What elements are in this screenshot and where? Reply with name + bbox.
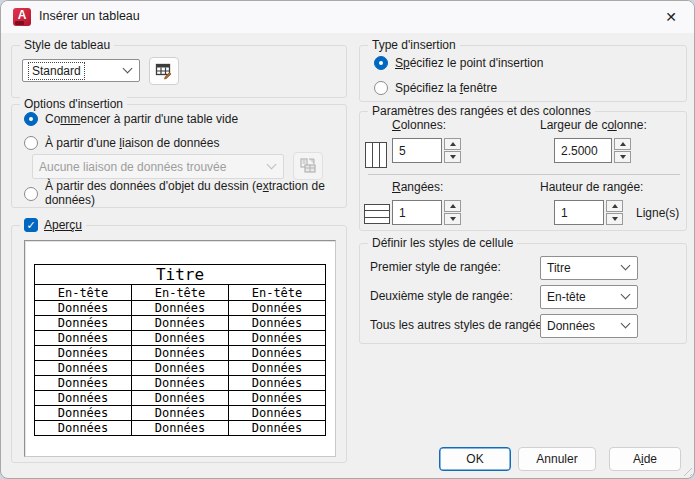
cancel-button[interactable]: Annuler	[518, 447, 596, 471]
arrow-down-icon	[620, 155, 626, 159]
help-button-label: Aide	[633, 452, 657, 466]
radio-from-data-link[interactable]: À partir d'une liaison de données	[24, 136, 219, 150]
insert-options-group: Options d'insertion Commencer à partir d…	[11, 104, 347, 208]
preview-toggle[interactable]: ✓ Aperçu	[20, 218, 86, 232]
rows-spinner	[392, 200, 461, 225]
params-separator	[368, 174, 680, 175]
arrow-up-icon	[450, 142, 456, 146]
preview-title-row: Titre	[35, 265, 326, 285]
rows-input[interactable]	[392, 200, 442, 225]
table-style-group: Style de tableau Standard	[11, 45, 347, 98]
radio-window-label: Spécifiez la fenêtre	[395, 81, 497, 95]
ok-button[interactable]: OK	[439, 447, 511, 471]
preview-data-row: DonnéesDonnéesDonnées	[35, 301, 326, 316]
row-height-unit-label: Ligne(s)	[636, 206, 679, 220]
first-row-style-label: Premier style de rangée:	[370, 260, 501, 274]
preview-header-row: En-têteEn-têteEn-tête	[35, 285, 326, 301]
arrow-up-icon	[612, 204, 618, 208]
preview-data-row: DonnéesDonnéesDonnées	[35, 421, 326, 436]
chevron-down-icon	[621, 319, 631, 329]
arrow-down-icon	[450, 155, 456, 159]
columns-spinner	[392, 138, 461, 163]
first-row-style-combo[interactable]: Titre	[540, 256, 638, 280]
radio-from-object-data[interactable]: À partir des données d'objet du dessin (…	[24, 179, 337, 207]
second-row-style-combo[interactable]: En-tête	[540, 285, 638, 309]
columns-spin-down[interactable]	[444, 151, 461, 163]
radio-start-empty-table[interactable]: Commencer à partir d'une table vide	[24, 112, 238, 126]
titlebar: A Insérer un tableau ✕	[1, 1, 694, 33]
row-height-spin-up[interactable]	[606, 200, 623, 212]
column-width-spinner	[554, 138, 631, 163]
arrow-up-icon	[620, 142, 626, 146]
insertion-type-group-title: Type d'insertion	[368, 38, 460, 52]
radio-specify-insertion-point[interactable]: Spécifiez le point d'insertion	[374, 56, 543, 70]
row-height-spinner	[554, 200, 623, 225]
column-width-spin-down[interactable]	[614, 151, 631, 163]
radio-insertion-point-label: Spécifiez le point d'insertion	[395, 56, 543, 70]
insert-options-group-title: Options d'insertion	[20, 97, 127, 111]
row-column-params-group: Paramètres des rangées et des colonnes C…	[359, 111, 687, 231]
preview-table: TitreEn-têteEn-têteEn-têteDonnéesDonnées…	[34, 264, 326, 436]
close-button[interactable]: ✕	[648, 1, 694, 32]
launch-table-style-dialog-button[interactable]	[149, 57, 179, 85]
chevron-down-icon	[621, 261, 631, 271]
autocad-app-icon: A	[13, 8, 31, 26]
column-width-input[interactable]	[554, 138, 612, 163]
data-link-combo-value: Aucune liaison de données trouvée	[39, 160, 226, 174]
cancel-button-label: Annuler	[536, 452, 577, 466]
column-width-label: Largeur de colonne:	[540, 118, 647, 132]
radio-selected-icon	[374, 56, 388, 70]
radio-unselected-icon	[24, 187, 38, 201]
rows-spin-up[interactable]	[444, 200, 461, 212]
preview-label: Aperçu	[44, 218, 82, 232]
radio-extraction-label: À partir des données d'objet du dessin (…	[45, 179, 337, 207]
row-height-label: Hauteur de rangée:	[540, 180, 643, 194]
columns-label: Colonnes:	[392, 118, 446, 132]
help-button[interactable]: Aide	[609, 447, 681, 471]
chevron-down-icon	[621, 290, 631, 300]
chevron-down-icon	[123, 63, 133, 73]
preview-data-row: DonnéesDonnéesDonnées	[35, 361, 326, 376]
dialog-title: Insérer un tableau	[39, 9, 140, 23]
autocad-icon-cad-badge	[15, 21, 24, 25]
column-width-spin-up[interactable]	[614, 138, 631, 150]
rows-icon	[364, 204, 390, 224]
preview-canvas: TitreEn-têteEn-têteEn-têteDonnéesDonnées…	[24, 240, 336, 457]
second-row-style-label: Deuxième style de rangée:	[370, 289, 513, 303]
preview-data-row: DonnéesDonnéesDonnées	[35, 346, 326, 361]
table-style-edit-icon	[155, 62, 173, 80]
radio-start-empty-label: Commencer à partir d'une table vide	[45, 112, 238, 126]
chevron-down-icon	[267, 159, 277, 169]
resize-grip[interactable]	[680, 464, 692, 476]
arrow-down-icon	[450, 217, 456, 221]
launch-data-link-manager-button	[293, 152, 323, 180]
table-style-combo[interactable]: Standard	[22, 59, 140, 82]
insertion-type-group: Type d'insertion Spécifiez le point d'in…	[359, 45, 687, 102]
row-height-input[interactable]	[554, 200, 604, 225]
insert-table-dialog: A Insérer un tableau ✕ Style de tableau …	[0, 0, 695, 479]
other-row-styles-combo[interactable]: Données	[540, 314, 638, 338]
row-height-spin-down[interactable]	[606, 213, 623, 225]
columns-input[interactable]	[392, 138, 442, 163]
first-row-style-value: Titre	[547, 261, 571, 275]
rows-spin-down[interactable]	[444, 213, 461, 225]
preview-data-row: DonnéesDonnéesDonnées	[35, 391, 326, 406]
second-row-style-value: En-tête	[547, 290, 586, 304]
ok-button-label: OK	[466, 452, 483, 466]
checkbox-checked-icon: ✓	[24, 218, 38, 232]
preview-data-row: DonnéesDonnéesDonnées	[35, 316, 326, 331]
other-row-styles-label: Tous les autres styles de rangée:	[370, 318, 545, 332]
arrow-down-icon	[612, 217, 618, 221]
close-icon: ✕	[665, 9, 677, 25]
columns-spin-up[interactable]	[444, 138, 461, 150]
data-link-icon	[299, 157, 317, 175]
radio-unselected-icon	[24, 136, 38, 150]
table-style-combo-value: Standard	[29, 63, 84, 79]
data-link-combo: Aucune liaison de données trouvée	[32, 154, 284, 179]
arrow-up-icon	[450, 204, 456, 208]
table-style-group-title: Style de tableau	[20, 38, 114, 52]
preview-data-row: DonnéesDonnéesDonnées	[35, 331, 326, 346]
radio-specify-window[interactable]: Spécifiez la fenêtre	[374, 81, 497, 95]
radio-selected-icon	[24, 112, 38, 126]
preview-data-row: DonnéesDonnéesDonnées	[35, 406, 326, 421]
